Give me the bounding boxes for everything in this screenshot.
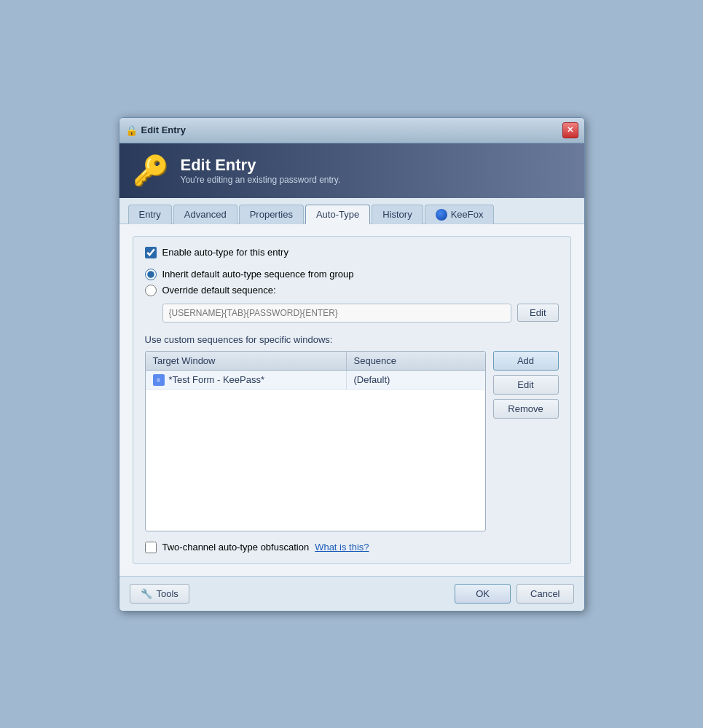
title-bar-left: 🔒 Edit Entry [125, 124, 186, 136]
col-target-window: Target Window [146, 352, 347, 370]
title-bar-text: Edit Entry [141, 124, 186, 135]
edit-sequence-button[interactable]: Edit [493, 375, 559, 395]
override-radio[interactable] [145, 285, 157, 296]
inherit-radio-label: Inherit default auto-type sequence from … [162, 269, 354, 280]
override-input-row: Edit [162, 304, 559, 323]
custom-seq-table: Target Window Sequence ≡ *Test Form - Ke… [145, 351, 486, 531]
what-is-this-link[interactable]: What is this? [315, 542, 369, 553]
table-header: Target Window Sequence [146, 352, 485, 371]
col-sequence: Sequence [347, 352, 485, 370]
override-radio-row: Override default sequence: [145, 285, 559, 296]
tab-history[interactable]: History [372, 205, 423, 224]
key-icon: 🔑 [133, 154, 169, 188]
enable-autotype-checkbox[interactable] [145, 247, 157, 258]
obfuscation-label: Two-channel auto-type obfuscation [162, 542, 310, 553]
autotype-section: Enable auto-type for this entry Inherit … [133, 236, 571, 564]
custom-seq-table-area: Target Window Sequence ≡ *Test Form - Ke… [145, 351, 559, 531]
remove-sequence-button[interactable]: Remove [493, 399, 559, 419]
table-buttons: Add Edit Remove [493, 351, 559, 531]
footer-right: OK Cancel [455, 584, 573, 604]
header-title: Edit Entry [181, 156, 341, 175]
override-edit-button[interactable]: Edit [517, 304, 558, 322]
tab-properties[interactable]: Properties [239, 205, 304, 224]
lock-icon: 🔒 [125, 124, 137, 136]
inherit-radio[interactable] [145, 269, 157, 280]
inherit-radio-row: Inherit default auto-type sequence from … [145, 269, 559, 280]
footer: 🔧 Tools OK Cancel [119, 576, 584, 611]
header-banner: 🔑 Edit Entry You're editing an existing … [119, 143, 584, 198]
tab-keefox[interactable]: KeeFox [425, 205, 495, 224]
add-sequence-button[interactable]: Add [493, 351, 559, 371]
tabs-container: Entry Advanced Properties Auto-Type Hist… [119, 198, 584, 224]
row-list-icon: ≡ [153, 374, 165, 386]
enable-autotype-row: Enable auto-type for this entry [145, 247, 559, 258]
override-radio-label: Override default sequence: [162, 285, 276, 296]
table-cell-sequence: (Default) [347, 371, 485, 389]
enable-autotype-label: Enable auto-type for this entry [162, 247, 288, 258]
table-row[interactable]: ≡ *Test Form - KeePass* (Default) [146, 371, 485, 390]
ok-button[interactable]: OK [455, 584, 511, 604]
close-button[interactable]: ✕ [562, 122, 578, 138]
header-text: Edit Entry You're editing an existing pa… [181, 156, 341, 185]
content-area: Enable auto-type for this entry Inherit … [119, 224, 584, 576]
title-bar: 🔒 Edit Entry ✕ [119, 118, 584, 143]
header-subtitle: You're editing an existing password entr… [181, 175, 341, 185]
tab-keefox-label: KeeFox [451, 209, 484, 220]
tab-advanced[interactable]: Advanced [173, 205, 237, 224]
override-sequence-input[interactable] [162, 304, 512, 323]
obfuscation-row: Two-channel auto-type obfuscation What i… [145, 542, 559, 553]
obfuscation-checkbox[interactable] [145, 542, 157, 553]
table-body: ≡ *Test Form - KeePass* (Default) [146, 371, 485, 531]
cancel-button[interactable]: Cancel [517, 584, 573, 604]
custom-seq-label: Use custom sequences for specific window… [145, 334, 559, 345]
keefox-globe-icon [436, 209, 447, 221]
tab-auto-type[interactable]: Auto-Type [305, 205, 370, 224]
table-cell-window: ≡ *Test Form - KeePass* [146, 371, 347, 389]
edit-entry-dialog: 🔒 Edit Entry ✕ 🔑 Edit Entry You're editi… [119, 117, 585, 612]
tools-button[interactable]: 🔧 Tools [130, 584, 189, 604]
tab-entry[interactable]: Entry [128, 205, 172, 224]
radio-group: Inherit default auto-type sequence from … [145, 269, 559, 296]
wrench-icon: 🔧 [141, 588, 152, 599]
